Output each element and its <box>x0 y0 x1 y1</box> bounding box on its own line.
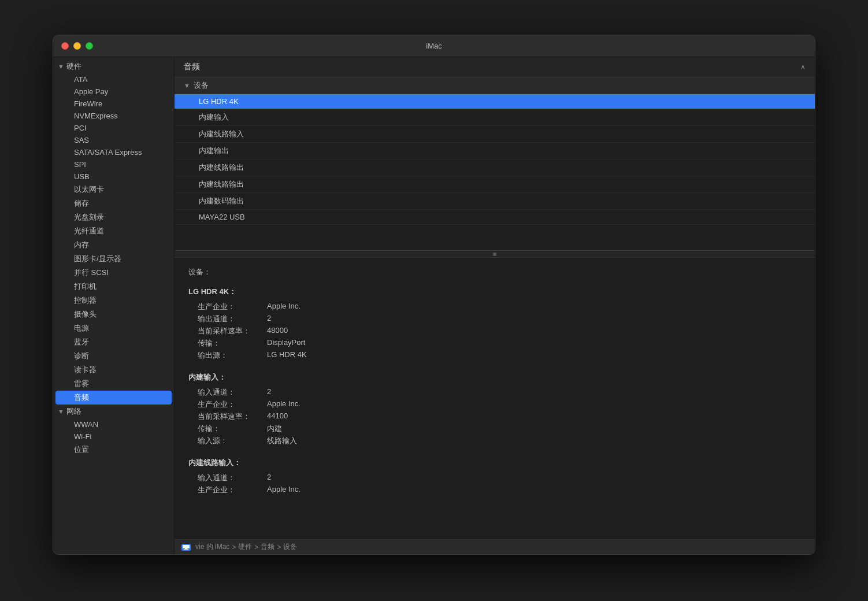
device-item-builtin-input[interactable]: 内建输入 <box>175 109 815 126</box>
hardware-expand-arrow: ▼ <box>58 63 64 70</box>
device-item-builtin-line-input[interactable]: 内建线路输入 <box>175 126 815 143</box>
sidebar-item-diagnostics[interactable]: 诊断 <box>55 349 172 363</box>
devices-subsection-header[interactable]: ▼ 设备 <box>175 77 815 94</box>
prop-label-transport-lg: 传输： <box>198 338 267 348</box>
network-section-label: 网络 <box>66 406 81 417</box>
statusbar-section1: 硬件 <box>238 542 252 552</box>
sidebar-item-power[interactable]: 电源 <box>55 321 172 335</box>
prop-output-source-lg: 输出源： LG HDR 4K <box>198 350 801 361</box>
device-item-builtin-digital-output[interactable]: 内建数码输出 <box>175 193 815 210</box>
right-panel: 音频 ∧ ▼ 设备 LG HDR 4K 内建输入 内建线路输入 内建输出 内建线… <box>175 57 815 554</box>
device-item-maya22-usb[interactable]: MAYA22 USB <box>175 210 815 225</box>
statusbar-section2: 音频 <box>261 542 275 552</box>
builtin-line-input-props: 输入通道： 2 生产企业： Apple Inc. <box>188 473 801 495</box>
hardware-section-label: 硬件 <box>66 61 81 72</box>
lg-hdr-4k-props: 生产企业： Apple Inc. 输出通道： 2 当前采样速率： 48000 <box>188 302 801 361</box>
close-button[interactable] <box>61 42 69 50</box>
sidebar-item-thunderbolt[interactable]: 雷雾 <box>55 377 172 391</box>
sidebar-item-spi[interactable]: SPI <box>55 158 172 170</box>
sidebar-section-hardware[interactable]: ▼ 硬件 <box>53 60 174 73</box>
maximize-button[interactable] <box>86 42 93 50</box>
prop-label-manufacturer-lg: 生产企业： <box>198 302 267 312</box>
sidebar-item-memory[interactable]: 内存 <box>55 238 172 252</box>
prop-label-input-channel-bli: 输入通道： <box>198 473 267 483</box>
lg-hdr-4k-title: LG HDR 4K： <box>188 287 801 297</box>
divider-dot <box>493 253 496 256</box>
sidebar-item-printer[interactable]: 打印机 <box>55 280 172 294</box>
sidebar-item-nvmexpress[interactable]: NVMExpress <box>55 110 172 122</box>
detail-section: 设备： LG HDR 4K： 生产企业： Apple Inc. 输出通道： 2 <box>175 258 815 539</box>
sidebar-section-network[interactable]: ▼ 网络 <box>53 405 174 418</box>
sidebar-item-ata[interactable]: ATA <box>55 73 172 86</box>
device-block-lg-hdr-4k: LG HDR 4K： 生产企业： Apple Inc. 输出通道： 2 当前采样… <box>188 287 801 361</box>
sidebar-item-usb[interactable]: USB <box>55 170 172 183</box>
sidebar-item-bluetooth[interactable]: 蓝牙 <box>55 335 172 349</box>
prop-value-input-channel-bi: 2 <box>267 387 271 398</box>
sidebar-item-wifi[interactable]: Wi-Fi <box>55 431 172 443</box>
sidebar-item-wwan[interactable]: WWAN <box>55 418 172 431</box>
prop-input-channel-bli: 输入通道： 2 <box>198 473 801 483</box>
prop-value-samplerate-bi: 44100 <box>267 411 288 422</box>
device-item-builtin-line-output2[interactable]: 内建线路输出 <box>175 176 815 193</box>
prop-value-input-source-bi: 线路输入 <box>267 436 297 446</box>
device-block-builtin-line-input: 内建线路输入： 输入通道： 2 生产企业： Apple Inc. <box>188 458 801 495</box>
divider <box>175 251 815 258</box>
sidebar-item-pci[interactable]: PCI <box>55 122 172 134</box>
sidebar-item-controller[interactable]: 控制器 <box>55 294 172 307</box>
svg-rect-0 <box>183 545 190 548</box>
sidebar-item-sata[interactable]: SATA/SATA Express <box>55 146 172 158</box>
sidebar-item-audio[interactable]: 音频 <box>55 391 172 405</box>
prop-label-samplerate-bi: 当前采样速率： <box>198 411 267 422</box>
prop-value-input-channel-bli: 2 <box>267 473 271 483</box>
minimize-button[interactable] <box>73 42 81 50</box>
statusbar-sep2: > <box>254 543 258 551</box>
prop-label-input-channel-bi: 输入通道： <box>198 387 267 398</box>
statusbar-section3: 设备 <box>283 542 297 552</box>
collapse-button[interactable]: ∧ <box>800 63 806 71</box>
prop-label-manufacturer-bli: 生产企业： <box>198 485 267 495</box>
hardware-items: ATA Apple Pay FireWire NVMExpress PCI SA… <box>53 73 174 405</box>
main-content: ▼ 硬件 ATA Apple Pay FireWire NVMExpress P… <box>53 57 815 554</box>
prop-value-manufacturer-bli: Apple Inc. <box>267 485 301 495</box>
device-item-builtin-output[interactable]: 内建输出 <box>175 143 815 159</box>
sidebar-item-apple-pay[interactable]: Apple Pay <box>55 86 172 98</box>
sidebar-item-ethernet[interactable]: 以太网卡 <box>55 183 172 196</box>
prop-input-source-bi: 输入源： 线路输入 <box>198 436 801 446</box>
device-item-builtin-line-output[interactable]: 内建线路输出 <box>175 159 815 176</box>
sidebar-item-fiber[interactable]: 光纤通道 <box>55 224 172 238</box>
prop-output-channel-lg: 输出通道： 2 <box>198 314 801 324</box>
traffic-lights <box>61 42 93 50</box>
window-title: iMac <box>426 42 442 50</box>
devices-arrow-icon: ▼ <box>184 82 190 89</box>
device-list-section: ▼ 设备 LG HDR 4K 内建输入 内建线路输入 内建输出 内建线路输出 内… <box>175 77 815 251</box>
prop-value-transport-lg: DisplayPort <box>267 338 305 348</box>
prop-value-transport-bi: 内建 <box>267 424 282 434</box>
svg-rect-2 <box>184 549 188 550</box>
devices-subsection-label: 设备 <box>194 80 209 91</box>
sidebar-item-graphics[interactable]: 图形卡/显示器 <box>55 252 172 266</box>
prop-manufacturer-bi: 生产企业： Apple Inc. <box>198 399 801 410</box>
sidebar-item-storage[interactable]: 储存 <box>55 196 172 210</box>
network-items: WWAN Wi-Fi 位置 <box>53 418 174 457</box>
prop-value-manufacturer-bi: Apple Inc. <box>267 399 301 410</box>
sidebar-item-sas[interactable]: SAS <box>55 134 172 146</box>
sidebar-item-location[interactable]: 位置 <box>55 443 172 457</box>
sidebar-item-camera[interactable]: 摄像头 <box>55 307 172 321</box>
section-header: 音频 ∧ <box>175 57 815 77</box>
builtin-input-title: 内建输入： <box>188 372 801 383</box>
sidebar: ▼ 硬件 ATA Apple Pay FireWire NVMExpress P… <box>53 57 175 554</box>
statusbar: vie 的 iMac > 硬件 > 音频 > 设备 <box>175 539 815 554</box>
prop-value-manufacturer-lg: Apple Inc. <box>267 302 301 312</box>
sidebar-item-cardreader[interactable]: 读卡器 <box>55 363 172 377</box>
sidebar-item-optical[interactable]: 光盘刻录 <box>55 210 172 224</box>
prop-samplerate-bi: 当前采样速率： 44100 <box>198 411 801 422</box>
device-item-lg-hdr-4k[interactable]: LG HDR 4K <box>175 94 815 109</box>
sidebar-item-scsi[interactable]: 并行 SCSI <box>55 266 172 280</box>
prop-label-output-source-lg: 输出源： <box>198 350 267 361</box>
prop-transport-lg: 传输： DisplayPort <box>198 338 801 348</box>
prop-transport-bi: 传输： 内建 <box>198 424 801 434</box>
prop-value-output-source-lg: LG HDR 4K <box>267 350 307 361</box>
builtin-input-props: 输入通道： 2 生产企业： Apple Inc. 当前采样速率： 44100 <box>188 387 801 446</box>
prop-value-samplerate-lg: 48000 <box>267 326 288 336</box>
sidebar-item-firewire[interactable]: FireWire <box>55 98 172 110</box>
